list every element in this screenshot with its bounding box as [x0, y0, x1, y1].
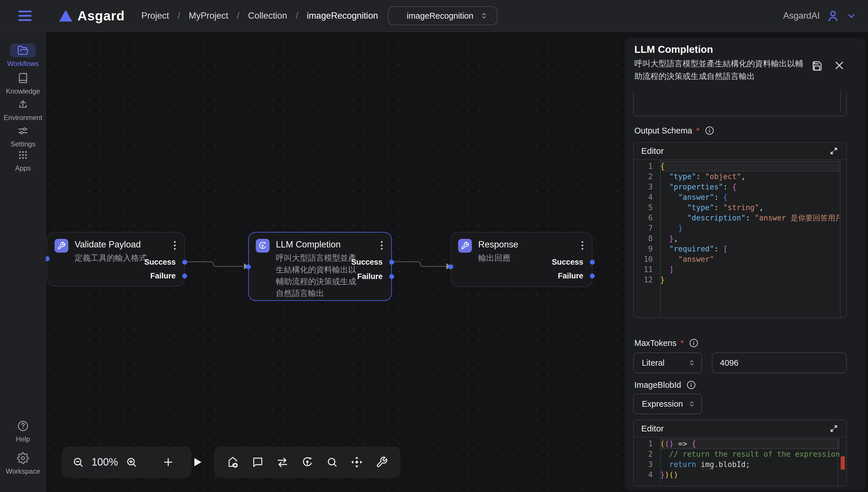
node-llm-completion[interactable]: LLM Completion 呼叫大型語言模型並產 生結構化的資料輸出以 輔助流…	[248, 232, 392, 301]
port-label-success: Success	[144, 258, 176, 267]
max-tokens-label-row: MaxTokens *	[634, 338, 699, 348]
port-failure-handle[interactable]	[182, 274, 187, 278]
breadcrumb-item-project[interactable]: Project	[141, 10, 169, 21]
max-tokens-mode-select[interactable]: Literal	[633, 352, 702, 373]
port-success-handle[interactable]	[590, 260, 595, 265]
port-label-failure: Failure	[150, 272, 176, 280]
tool-settings-button[interactable]	[376, 456, 388, 468]
brand-name: Asgard	[77, 8, 125, 24]
sidebar-item-settings[interactable]: Settings	[0, 124, 46, 148]
add-node-button[interactable]	[226, 456, 239, 468]
add-button[interactable]	[162, 456, 174, 468]
info-icon[interactable]	[686, 380, 696, 390]
image-blob-id-mode-select[interactable]: Expression	[633, 394, 702, 414]
info-icon[interactable]	[689, 338, 699, 348]
max-tokens-input[interactable]	[712, 352, 847, 373]
hamburger-menu-icon[interactable]	[18, 10, 31, 21]
code-token: "answer"	[678, 193, 714, 201]
save-button[interactable]	[811, 59, 823, 72]
code-line: 1{	[634, 161, 846, 171]
editor-scrollbar[interactable]	[838, 438, 838, 486]
account-name: AsgardAI	[783, 10, 820, 21]
zoom-toolbar: 100%	[62, 446, 192, 478]
line-number: 3	[634, 459, 660, 470]
port-input-handle[interactable]	[448, 264, 453, 269]
expand-editor-button[interactable]	[829, 146, 839, 156]
node-menu-kebab-icon[interactable]	[173, 240, 177, 251]
code-token: :	[714, 245, 723, 253]
code-line: 3 return img.blobId;	[634, 459, 846, 470]
code-line: 10 "answer"	[634, 254, 846, 264]
code-line: 6 "description": "answer 是你要回答用戶的答	[634, 213, 846, 223]
book-icon	[18, 73, 28, 83]
line-number: 7	[634, 223, 660, 233]
zoom-out-button[interactable]	[72, 456, 84, 468]
node-title: Response	[478, 239, 518, 250]
sidebar-item-help[interactable]: Help	[0, 419, 46, 443]
editor-header: Editor	[634, 143, 846, 159]
code-line: 1(() => {	[634, 439, 846, 449]
panel-description: 呼叫大型語言模型並產生結構化的資料輸出以輔 助流程的決策或生成自然語言輸出	[634, 57, 807, 83]
max-tokens-label: MaxTokens	[634, 339, 676, 348]
node-menu-kebab-icon[interactable]	[380, 240, 384, 251]
sidebar-item-knowledge[interactable]: Knowledge	[0, 71, 46, 95]
port-input-handle[interactable]	[246, 264, 251, 269]
node-menu-kebab-icon[interactable]	[580, 240, 585, 251]
sidebar-label: Environment	[4, 114, 43, 122]
user-avatar-icon[interactable]	[826, 9, 840, 23]
editor-scrollbar[interactable]	[840, 160, 840, 318]
code-text: "type": "object",	[660, 171, 839, 182]
code-token	[660, 245, 669, 253]
close-icon	[833, 59, 846, 72]
editor-header: Editor	[634, 420, 846, 437]
sidebar-item-workspace[interactable]: Workspace	[0, 451, 46, 475]
sidebar-label: Workspace	[6, 467, 40, 475]
sidebar-item-environment[interactable]: Environment	[0, 98, 46, 122]
code-text: },	[660, 233, 839, 244]
close-panel-button[interactable]	[833, 59, 846, 72]
llm-refresh-bulb-icon	[301, 456, 314, 468]
llm-tool-button[interactable]	[301, 456, 314, 468]
breadcrumb: Project / MyProject / Collection / image…	[141, 10, 378, 21]
breadcrumb-item-myproject[interactable]: MyProject	[189, 10, 228, 21]
search-button[interactable]	[326, 456, 338, 468]
code-text: "answer": {	[660, 192, 839, 202]
code-token: "string"	[723, 203, 759, 212]
workflow-select[interactable]: imageRecognition	[388, 6, 497, 25]
code-line: 9 "required": [	[634, 244, 846, 254]
code-text: ]	[660, 264, 839, 275]
code-token: }	[678, 224, 683, 232]
code-editor[interactable]: 1{2 "type": "object",3 "properties": {4 …	[634, 159, 846, 318]
info-icon[interactable]	[705, 126, 714, 136]
field-scrollbar[interactable]	[840, 90, 841, 112]
breadcrumb-item-imagerecognition[interactable]: imageRecognition	[307, 10, 378, 21]
expand-editor-button[interactable]	[829, 424, 839, 434]
sidebar-item-workflows[interactable]: Workflows	[0, 44, 46, 68]
run-workflow-button[interactable]	[192, 457, 203, 468]
edge-validate-to-llm[interactable]	[185, 262, 244, 266]
wrench-icon	[376, 456, 388, 468]
account-chevron-down-icon[interactable]	[846, 10, 857, 21]
node-response[interactable]: Response 輸出回應 Success Failure	[451, 232, 592, 287]
port-label-failure: Failure	[357, 272, 382, 281]
edge-llm-to-response[interactable]	[392, 262, 446, 266]
move-button[interactable]	[350, 456, 363, 468]
swap-connections-button[interactable]	[276, 456, 289, 468]
code-token: }	[660, 275, 665, 284]
zoom-in-button[interactable]	[125, 456, 138, 468]
scrolled-field[interactable]	[633, 91, 847, 117]
code-editor[interactable]: 1(() => {2 // return the result of the e…	[634, 437, 846, 486]
code-token	[660, 255, 678, 264]
node-validate-payload[interactable]: Validate Payload 定義工具的輸入格式 Success Failu…	[47, 232, 185, 287]
panel-title: LLM Completion	[634, 44, 713, 55]
sidebar-item-apps[interactable]: Apps	[0, 148, 46, 172]
breadcrumb-item-collection[interactable]: Collection	[248, 10, 287, 21]
port-success-handle[interactable]	[182, 260, 187, 265]
comment-button[interactable]	[252, 456, 264, 468]
port-failure-handle[interactable]	[389, 274, 394, 279]
port-success-handle[interactable]	[389, 260, 394, 265]
gutter-divider	[660, 438, 661, 486]
chevron-up-down-icon	[480, 11, 488, 21]
node-description: 定義工具的輸入格式	[75, 252, 147, 264]
port-failure-handle[interactable]	[590, 274, 595, 278]
